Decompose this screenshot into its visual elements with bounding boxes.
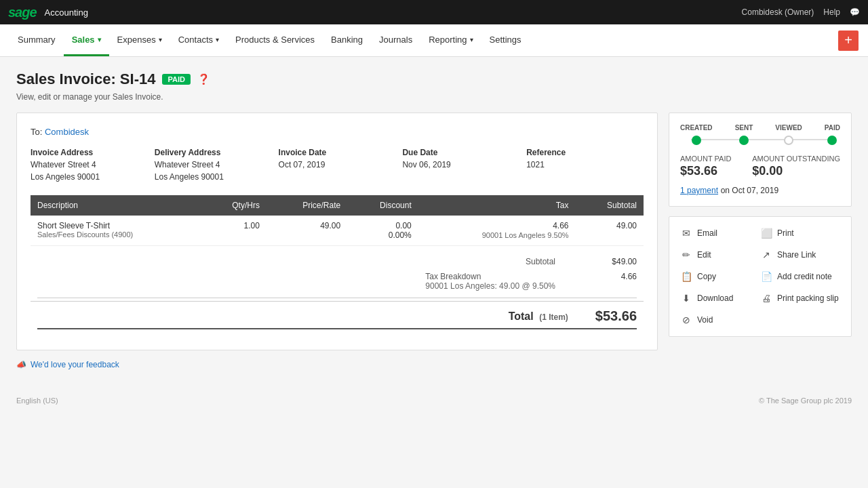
chat-icon[interactable]: 💬 <box>850 7 860 17</box>
download-label: Download <box>697 293 733 303</box>
payment-date: on Oct 07, 2019 <box>721 186 778 195</box>
status-card: CREATED SENT VIEWED PAID <box>669 113 852 207</box>
step-created: CREATED <box>680 124 713 145</box>
email-label: Email <box>697 228 717 238</box>
paid-dot <box>827 136 837 145</box>
invoice-address-field: Invoice Address Whatever Street 4 Los An… <box>31 148 148 183</box>
amount-paid-label: AMOUNT PAID <box>680 155 731 163</box>
to-line: To: Combidesk <box>31 127 644 137</box>
page-subtitle: View, edit or manage your Sales Invoice. <box>16 92 852 102</box>
feedback-section: 📣 We'd love your feedback <box>16 360 852 369</box>
tax-breakdown-label: Tax Breakdown 90001 Los Angeles: 49.00 @… <box>425 272 555 291</box>
download-icon: ⬇ <box>680 293 692 304</box>
nav-settings[interactable]: Settings <box>481 24 530 56</box>
col-discount: Discount <box>347 195 418 216</box>
copy-label: Copy <box>697 272 716 281</box>
nav-journals[interactable]: Journals <box>371 24 420 56</box>
invoice-date-field: Invoice Date Oct 07, 2019 <box>279 148 396 183</box>
delivery-address-label: Delivery Address <box>155 148 272 157</box>
edit-action[interactable]: ✏ Edit <box>680 247 760 263</box>
feedback-text[interactable]: We'd love your feedback <box>31 360 119 369</box>
nav-items: Summary Sales ▾ Expenses ▾ Contacts ▾ Pr… <box>9 24 530 56</box>
payment-link[interactable]: 1 payment <box>680 186 718 195</box>
help-icon[interactable]: ❓ <box>197 73 210 85</box>
tax-breakdown-value: 4.66 <box>596 272 637 291</box>
item-description: Short Sleeve T-Shirt Sales/Fees Discount… <box>31 216 202 246</box>
delivery-address-field: Delivery Address Whatever Street 4 Los A… <box>155 148 272 183</box>
page-footer: English (US) © The Sage Group plc 2019 <box>0 383 868 418</box>
invoice-card: To: Combidesk Invoice Address Whatever S… <box>16 113 658 350</box>
reference-label: Reference <box>526 148 644 157</box>
nav-contacts[interactable]: Contacts ▾ <box>170 24 227 56</box>
share-link-action[interactable]: ↗ Share Link <box>760 247 840 263</box>
app-name: Accounting <box>45 7 88 18</box>
amount-outstanding-label: AMOUNT OUTSTANDING <box>752 155 840 163</box>
user-menu[interactable]: Combidesk (Owner) <box>742 7 814 17</box>
subtotal-value: $49.00 <box>596 257 637 266</box>
print-action[interactable]: ⬜ Print <box>760 225 840 241</box>
copyright: © The Sage Group plc 2019 <box>759 396 852 405</box>
nav-sales[interactable]: Sales ▾ <box>64 24 109 56</box>
main-layout: To: Combidesk Invoice Address Whatever S… <box>16 113 852 350</box>
packing-slip-icon: 🖨 <box>760 293 772 304</box>
expenses-dropdown-arrow: ▾ <box>159 36 162 43</box>
contacts-dropdown-arrow: ▾ <box>216 36 219 43</box>
invoice-address-label: Invoice Address <box>31 148 148 157</box>
edit-icon: ✏ <box>680 249 692 260</box>
email-action[interactable]: ✉ Email <box>680 225 760 241</box>
action-grid: ✉ Email ⬜ Print ✏ Edit ↗ Share Link <box>680 225 840 328</box>
add-button[interactable]: + <box>838 30 859 51</box>
subtotal-row: Subtotal $49.00 <box>31 254 644 269</box>
print-packing-slip-action[interactable]: 🖨 Print packing slip <box>760 290 840 306</box>
paid-badge: PAID <box>162 74 190 85</box>
void-action[interactable]: ⊘ Void <box>680 312 760 328</box>
payment-info: 1 payment on Oct 07, 2019 <box>680 185 840 195</box>
nav-bar: Summary Sales ▾ Expenses ▾ Contacts ▾ Pr… <box>0 24 868 57</box>
nav-summary[interactable]: Summary <box>9 24 64 56</box>
col-tax: Tax <box>418 195 576 216</box>
print-label: Print <box>777 228 794 238</box>
reference-value: 1021 <box>526 159 644 171</box>
credit-note-icon: 📄 <box>760 271 772 282</box>
top-bar-left: sage Accounting <box>8 5 88 20</box>
viewed-dot <box>784 136 793 145</box>
company-link[interactable]: Combidesk <box>45 127 89 137</box>
to-label: To: <box>31 127 42 137</box>
col-qty: Qty/Hrs <box>202 195 267 216</box>
nav-expenses[interactable]: Expenses ▾ <box>109 24 170 56</box>
col-price: Price/Rate <box>267 195 347 216</box>
nav-reporting[interactable]: Reporting ▾ <box>420 24 481 56</box>
reporting-dropdown-arrow: ▾ <box>470 36 473 43</box>
copy-icon: 📋 <box>680 271 692 282</box>
copy-action[interactable]: 📋 Copy <box>680 268 760 285</box>
amount-paid-block: AMOUNT PAID $53.66 <box>680 155 731 178</box>
step-viewed: VIEWED <box>775 124 802 145</box>
page-content: Sales Invoice: SI-14 PAID ❓ View, edit o… <box>0 57 868 383</box>
page-title: Sales Invoice: SI-14 <box>16 70 155 88</box>
due-date-label: Due Date <box>402 148 519 157</box>
due-date-field: Due Date Nov 06, 2019 <box>402 148 519 183</box>
nav-banking[interactable]: Banking <box>323 24 371 56</box>
help-link[interactable]: Help <box>823 7 840 17</box>
right-panel: CREATED SENT VIEWED PAID <box>669 113 852 337</box>
sent-dot <box>739 136 749 145</box>
add-credit-note-action[interactable]: 📄 Add credit note <box>760 268 840 285</box>
item-subtotal: 49.00 <box>576 216 644 246</box>
add-credit-note-label: Add credit note <box>777 272 832 281</box>
item-tax: 4.6690001 Los Angeles 9.50% <box>418 216 576 246</box>
table-row: Short Sleeve T-Shirt Sales/Fees Discount… <box>31 216 644 246</box>
print-icon: ⬜ <box>760 228 772 239</box>
sage-logo: sage <box>8 5 37 20</box>
void-label: Void <box>697 315 713 325</box>
download-action[interactable]: ⬇ Download <box>680 290 760 306</box>
feedback-link[interactable]: 📣 We'd love your feedback <box>16 360 852 369</box>
col-description: Description <box>31 195 202 216</box>
total-label: Total (1 Item) <box>509 310 568 323</box>
created-dot <box>692 136 701 145</box>
invoice-address-value: Whatever Street 4 Los Angeles 90001 <box>31 159 148 183</box>
nav-products-services[interactable]: Products & Services <box>227 24 323 56</box>
totals-section: Subtotal $49.00 Tax Breakdown 90001 Los … <box>31 254 644 329</box>
share-icon: ↗ <box>760 249 772 260</box>
item-price: 49.00 <box>267 216 347 246</box>
actions-card: ✉ Email ⬜ Print ✏ Edit ↗ Share Link <box>669 216 852 337</box>
